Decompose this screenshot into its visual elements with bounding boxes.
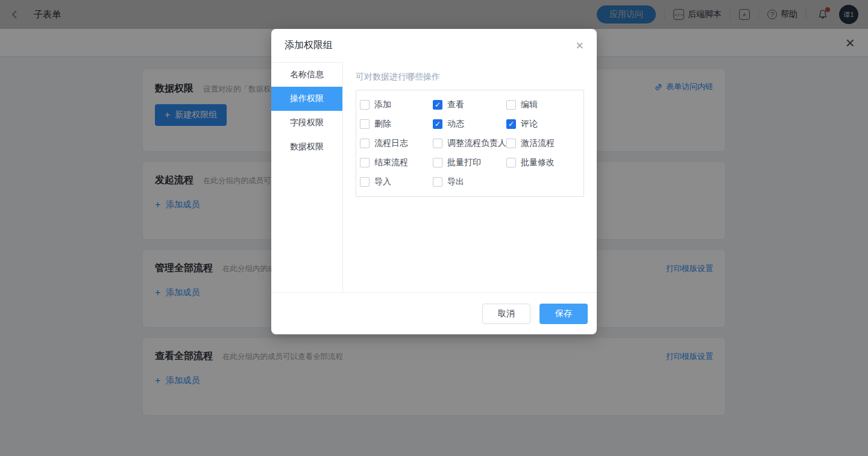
operation-checkbox-item[interactable]: 编辑 <box>506 99 580 110</box>
operation-checkbox-item[interactable]: 调整流程负责人 <box>433 138 506 149</box>
operation-label: 评论 <box>521 119 538 130</box>
section-title: 可对数据进行哪些操作 <box>356 72 584 83</box>
save-button[interactable]: 保存 <box>539 304 588 324</box>
checkbox-unchecked-icon[interactable] <box>360 119 370 129</box>
stage: 子表单 应用访问 </> 后端脚本 A ? 帮助 <box>0 0 868 456</box>
operation-label: 激活流程 <box>521 138 555 149</box>
operation-checkbox-item[interactable]: 添加 <box>360 99 433 110</box>
dialog-title: 添加权限组 <box>285 39 333 52</box>
checkbox-checked-icon[interactable] <box>506 119 516 129</box>
cancel-button[interactable]: 取消 <box>482 304 530 324</box>
dialog-tabs: 名称信息操作权限字段权限数据权限 <box>271 62 343 292</box>
checkbox-unchecked-icon[interactable] <box>360 139 370 148</box>
dialog-tab[interactable]: 操作权限 <box>271 87 342 111</box>
operation-label: 流程日志 <box>374 138 408 149</box>
operation-label: 导出 <box>447 176 464 187</box>
operation-label: 批量修改 <box>521 157 555 168</box>
operation-checkbox-item[interactable]: 评论 <box>506 119 580 130</box>
operation-checkbox-item[interactable]: 查看 <box>433 99 506 110</box>
operation-checkbox-item[interactable]: 批量修改 <box>506 157 580 168</box>
operation-label: 结束流程 <box>374 157 408 168</box>
checkbox-unchecked-icon[interactable] <box>360 158 370 167</box>
operation-label: 查看 <box>447 99 464 110</box>
operation-label: 添加 <box>374 99 391 110</box>
checkbox-unchecked-icon[interactable] <box>506 100 516 110</box>
operation-checkbox-item[interactable]: 流程日志 <box>360 138 433 149</box>
operation-checkbox-item[interactable]: 结束流程 <box>360 157 433 168</box>
checkbox-unchecked-icon[interactable] <box>433 139 442 148</box>
dialog-close-icon[interactable]: × <box>576 39 583 52</box>
dialog-body: 名称信息操作权限字段权限数据权限 可对数据进行哪些操作 添加查看编辑删除动态评论… <box>271 62 597 292</box>
operation-checkbox-item[interactable]: 导出 <box>433 176 506 187</box>
add-permission-group-dialog: 添加权限组 × 名称信息操作权限字段权限数据权限 可对数据进行哪些操作 添加查看… <box>271 29 597 334</box>
checkbox-checked-icon[interactable] <box>433 100 442 110</box>
checkbox-unchecked-icon[interactable] <box>433 177 442 187</box>
operations-grid: 添加查看编辑删除动态评论流程日志调整流程负责人激活流程结束流程批量打印批量修改导… <box>356 90 584 197</box>
operation-label: 动态 <box>447 119 464 130</box>
operation-checkbox-item[interactable]: 删除 <box>360 119 433 130</box>
dialog-footer: 取消 保存 <box>271 292 597 334</box>
checkbox-unchecked-icon[interactable] <box>433 158 442 167</box>
dialog-tab[interactable]: 数据权限 <box>271 135 342 159</box>
checkbox-unchecked-icon[interactable] <box>360 100 370 110</box>
dialog-tab[interactable]: 字段权限 <box>271 111 342 135</box>
checkbox-unchecked-icon[interactable] <box>360 177 370 187</box>
operation-checkbox-item[interactable]: 批量打印 <box>433 157 506 168</box>
operation-label: 删除 <box>374 119 391 130</box>
operation-label: 批量打印 <box>447 157 481 168</box>
checkbox-unchecked-icon[interactable] <box>506 139 516 148</box>
dialog-header: 添加权限组 × <box>271 29 597 62</box>
operation-checkbox-item[interactable]: 动态 <box>433 119 506 130</box>
dialog-tab[interactable]: 名称信息 <box>271 63 342 87</box>
checkbox-unchecked-icon[interactable] <box>506 158 516 167</box>
operation-label: 调整流程负责人 <box>447 138 506 149</box>
checkbox-checked-icon[interactable] <box>433 119 442 129</box>
operation-checkbox-item[interactable]: 激活流程 <box>506 138 580 149</box>
dialog-content: 可对数据进行哪些操作 添加查看编辑删除动态评论流程日志调整流程负责人激活流程结束… <box>343 62 597 292</box>
operation-checkbox-item[interactable]: 导入 <box>360 176 433 187</box>
operation-label: 编辑 <box>521 99 538 110</box>
operation-label: 导入 <box>374 176 391 187</box>
